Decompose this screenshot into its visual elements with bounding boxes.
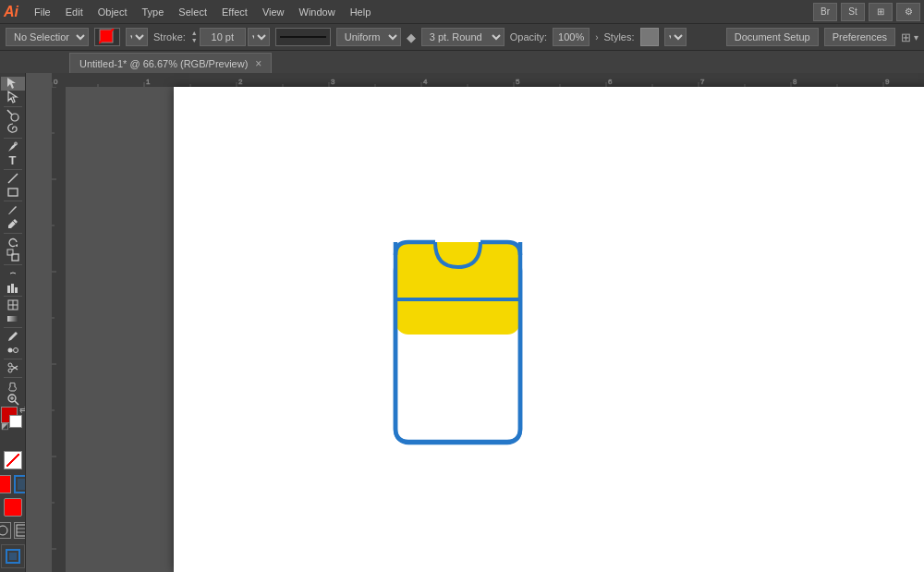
svg-rect-30 (17, 525, 26, 536)
selection-dropdown[interactable]: No Selection (6, 28, 89, 46)
toolbar-separator-1 (4, 106, 22, 107)
svg-point-29 (0, 526, 7, 535)
toolbar-separator-9 (4, 359, 22, 359)
brush-size-dropdown[interactable]: 3 pt. Round (421, 28, 505, 46)
tab-bar: Untitled-1* @ 66.67% (RGB/Preview) × (0, 51, 924, 73)
lasso-tool-btn[interactable] (1, 122, 25, 136)
sync-icon-btn[interactable]: ⚙ (896, 3, 920, 21)
styles-dropdown[interactable]: ▾ (664, 28, 687, 46)
color-btn-stroke-only[interactable] (14, 475, 26, 493)
hand-tool-btn[interactable] (1, 379, 25, 393)
paintbrush-tool-btn[interactable] (1, 203, 25, 217)
tab-close-button[interactable]: × (255, 57, 261, 70)
bridge-icon-btn[interactable]: Br (813, 3, 837, 21)
preferences-button[interactable]: Preferences (824, 28, 895, 46)
menu-help[interactable]: Help (344, 0, 378, 23)
svg-line-3 (7, 110, 12, 115)
direct-select-tool-btn[interactable] (1, 91, 25, 104)
document-tab[interactable]: Untitled-1* @ 66.67% (RGB/Preview) × (69, 53, 272, 73)
color-swatch-wrap[interactable]: ⇄ ◩ (1, 407, 25, 431)
toolbar-separator-2 (4, 138, 22, 139)
svg-point-2 (11, 114, 18, 121)
stock-icon-btn[interactable]: St (841, 3, 865, 21)
line-tool-btn[interactable] (1, 172, 25, 186)
stroke-label: Stroke: (153, 31, 186, 43)
blend-tool-btn[interactable] (1, 344, 25, 358)
transform-btn[interactable] (1, 544, 25, 568)
default-colors-icon[interactable]: ◩ (1, 421, 9, 431)
svg-text:5: 5 (516, 78, 520, 86)
mesh-tool-btn[interactable] (1, 298, 25, 312)
left-toolbar: T (0, 73, 26, 572)
options-bar: No Selection ▾ Stroke: ▲ ▼ ▾ Uniform ◆ 3… (0, 23, 924, 51)
styles-swatch[interactable] (640, 28, 659, 46)
svg-rect-34 (9, 553, 17, 560)
stroke-unit-dropdown[interactable]: ▾ (248, 28, 270, 46)
fill-swatch[interactable] (94, 28, 120, 46)
opacity-expand-arrow[interactable]: › (595, 32, 598, 43)
stroke-stepper[interactable]: ▲ ▼ (191, 28, 198, 46)
svg-text:6: 6 (608, 78, 613, 86)
svg-rect-6 (8, 189, 18, 196)
color-grid-btn[interactable] (14, 522, 26, 539)
svg-point-20 (13, 347, 18, 352)
color-mode-btns (4, 451, 22, 469)
pen-tool-btn[interactable] (1, 140, 25, 153)
workspace-icon-btn[interactable]: ⊞ (869, 3, 893, 21)
app-logo: Ai (4, 4, 18, 20)
canvas-area[interactable]: 0 1 2 3 4 5 (26, 73, 924, 572)
fill-type-dropdown[interactable]: ▾ (126, 28, 148, 46)
opacity-input[interactable] (553, 28, 590, 46)
svg-point-22 (8, 369, 12, 372)
artboard[interactable] (174, 87, 924, 572)
menu-edit[interactable]: Edit (59, 0, 90, 23)
stroke-style-preview[interactable] (275, 28, 331, 46)
svg-text:2: 2 (238, 78, 243, 86)
swap-colors-icon[interactable]: ⇄ (19, 405, 27, 415)
stroke-type-dropdown[interactable]: Uniform (336, 28, 401, 46)
svg-text:8: 8 (793, 78, 797, 86)
rotate-tool-btn[interactable] (1, 235, 25, 249)
svg-rect-14 (15, 287, 18, 293)
svg-rect-65 (52, 87, 66, 572)
menu-effect[interactable]: Effect (215, 0, 254, 23)
select-tool-btn[interactable] (1, 77, 25, 91)
menu-file[interactable]: File (28, 0, 57, 23)
toolbar-separator-4 (4, 201, 22, 201)
stroke-value-input[interactable] (200, 28, 246, 46)
menu-select[interactable]: Select (172, 0, 213, 23)
scale-tool-btn[interactable] (1, 249, 25, 262)
color-swatches-area: ⇄ ◩ (0, 407, 26, 572)
gradient-tool-btn[interactable] (1, 311, 25, 325)
menu-object[interactable]: Object (91, 0, 134, 23)
background-color-swatch[interactable] (9, 415, 22, 428)
document-setup-button[interactable]: Document Setup (726, 28, 819, 46)
rect-tool-btn[interactable] (1, 186, 25, 200)
svg-rect-18 (7, 316, 18, 322)
arrange-arrow[interactable]: ▾ (914, 32, 918, 43)
svg-line-26 (15, 401, 18, 405)
menu-view[interactable]: View (256, 0, 291, 23)
color-circle-btn[interactable] (0, 522, 11, 539)
no-fill-btn[interactable] (4, 451, 22, 469)
toolbar-separator-5 (4, 233, 22, 234)
warp-tool-btn[interactable] (1, 266, 25, 280)
arrange-icon[interactable]: ⊞ (901, 30, 911, 44)
svg-text:3: 3 (331, 78, 335, 86)
type-tool-btn[interactable]: T (1, 153, 25, 167)
magic-wand-tool-btn[interactable] (1, 108, 25, 122)
menu-type[interactable]: Type (136, 0, 171, 23)
eyedropper-tool-btn[interactable] (1, 330, 25, 344)
color-btn-red[interactable] (0, 475, 11, 493)
svg-text:1: 1 (146, 78, 151, 86)
ruler-top: 0 1 2 3 4 5 (52, 73, 924, 87)
svg-rect-13 (11, 284, 14, 293)
scissors-tool-btn[interactable] (1, 361, 25, 375)
graph-tool-btn[interactable] (1, 280, 25, 294)
menu-window[interactable]: Window (293, 0, 342, 23)
ruler-left (52, 87, 66, 572)
pencil-tool-btn[interactable] (1, 217, 25, 231)
toolbar-separator-7 (4, 296, 22, 297)
color-btn-red2[interactable] (4, 498, 22, 517)
toolbar-separator-3 (4, 169, 22, 170)
